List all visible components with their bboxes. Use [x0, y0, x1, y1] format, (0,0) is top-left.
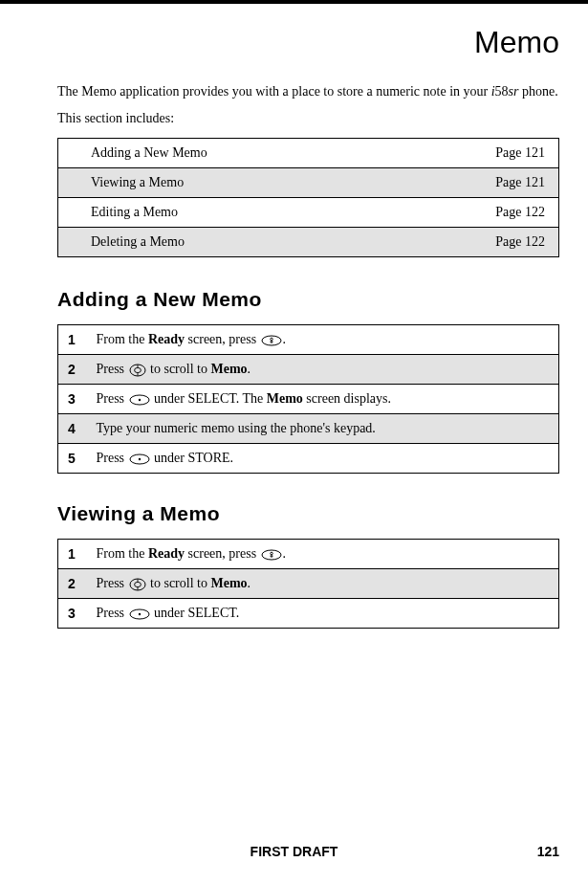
section-includes-label: This section includes:: [57, 111, 559, 126]
model-num: 58: [495, 84, 509, 99]
toc-topic: Viewing a Memo: [58, 167, 464, 197]
step-row: 2Press to scroll to Memo.: [58, 568, 559, 598]
footer-page-number: 121: [537, 844, 559, 859]
toc-page: Page 121: [464, 138, 559, 167]
step-number: 4: [58, 413, 87, 443]
heading-viewing: Viewing a Memo: [57, 502, 559, 525]
footer-draft: FIRST DRAFT: [250, 844, 338, 859]
step-number: 2: [58, 354, 87, 384]
step-number: 5: [58, 443, 87, 473]
step-row: 5Press under STORE.: [58, 443, 559, 473]
step-row: 2Press to scroll to Memo.: [58, 354, 559, 384]
step-number: 2: [58, 568, 87, 598]
svg-point-9: [138, 398, 140, 400]
steps-adding: 1From the Ready screen, press .2Press to…: [57, 324, 559, 474]
soft-key-icon: [129, 394, 150, 406]
step-number: 1: [58, 539, 87, 568]
step-description: Press to scroll to Memo.: [87, 568, 559, 598]
nav-key-icon: [129, 578, 146, 591]
toc-topic: Editing a Memo: [58, 197, 464, 227]
step-description: From the Ready screen, press .: [87, 539, 559, 568]
toc-topic: Adding a New Memo: [58, 138, 464, 167]
toc-topic: Deleting a Memo: [58, 227, 464, 256]
model-sr: sr: [509, 84, 519, 99]
toc-row: Deleting a MemoPage 122: [58, 227, 559, 256]
step-number: 3: [58, 598, 87, 628]
step-description: Type your numeric memo using the phone's…: [87, 413, 559, 443]
footer: FIRST DRAFT 121: [0, 844, 588, 859]
step-number: 3: [58, 384, 87, 413]
intro-paragraph: The Memo application provides you with a…: [57, 83, 559, 101]
step-description: Press under SELECT. The Memo screen disp…: [87, 384, 559, 413]
toc-page: Page 122: [464, 197, 559, 227]
toc-table: Adding a New MemoPage 121Viewing a MemoP…: [57, 138, 559, 257]
heading-adding: Adding a New Memo: [57, 288, 559, 311]
menu-key-icon: [261, 549, 282, 561]
steps-viewing: 1From the Ready screen, press .2Press to…: [57, 539, 559, 629]
toc-row: Editing a MemoPage 122: [58, 197, 559, 227]
soft-key-icon: [129, 608, 150, 620]
svg-point-13: [270, 552, 272, 555]
step-row: 3Press under SELECT.: [58, 598, 559, 628]
menu-key-icon: [261, 335, 282, 346]
top-rule: [0, 0, 588, 4]
svg-point-21: [138, 612, 140, 614]
svg-point-1: [270, 338, 272, 341]
toc-page: Page 121: [464, 167, 559, 197]
step-row: 3Press under SELECT. The Memo screen dis…: [58, 384, 559, 413]
toc-row: Adding a New MemoPage 121: [58, 138, 559, 167]
step-row: 1From the Ready screen, press .: [58, 539, 559, 568]
toc-row: Viewing a MemoPage 121: [58, 167, 559, 197]
soft-key-icon: [129, 453, 150, 465]
step-description: Press to scroll to Memo.: [87, 354, 559, 384]
page-title: Memo: [57, 25, 559, 60]
nav-key-icon: [129, 364, 146, 377]
step-description: Press under SELECT.: [87, 598, 559, 628]
svg-point-5: [134, 367, 141, 372]
step-row: 1From the Ready screen, press .: [58, 324, 559, 354]
step-description: Press under STORE.: [87, 443, 559, 473]
step-description: From the Ready screen, press .: [87, 324, 559, 354]
toc-page: Page 122: [464, 227, 559, 256]
step-number: 1: [58, 324, 87, 354]
svg-point-11: [138, 457, 140, 459]
intro-prefix: The Memo application provides you with a…: [57, 84, 491, 99]
svg-point-17: [134, 582, 141, 586]
step-row: 4Type your numeric memo using the phone'…: [58, 413, 559, 443]
intro-suffix: phone.: [519, 84, 558, 99]
